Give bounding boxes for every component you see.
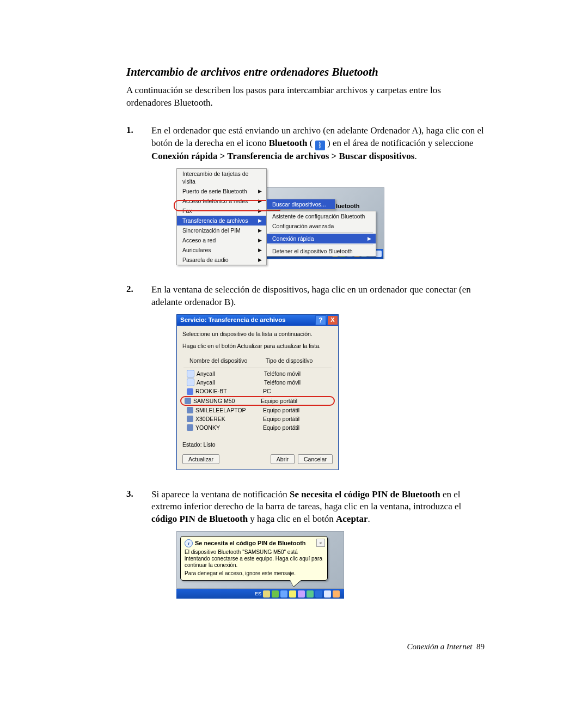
step-body: En la ventana de selección de dispositiv…: [151, 284, 485, 481]
menu-item-label: Acceso telefónico a redes: [182, 197, 248, 205]
submenu-arrow-icon: ▶: [255, 236, 262, 244]
menu-item[interactable]: Acceso a red▶: [177, 235, 266, 245]
device-type: Equipo portátil: [261, 397, 297, 405]
step1-text-d: ) en el área de notificación y seleccion…: [327, 138, 474, 148]
notification-balloon[interactable]: × i Se necesita el código PIN de Bluetoo…: [180, 536, 328, 581]
desktop-background: × i Se necesita el código PIN de Bluetoo…: [176, 531, 344, 589]
device-row[interactable]: X30DEREKEquipo portátil: [182, 415, 333, 423]
intro-paragraph: A continuación se describen los pasos pa…: [126, 84, 485, 109]
context-submenu-buscar[interactable]: Buscar dispositivos...: [266, 199, 335, 210]
tray-bluetooth-icon[interactable]: [315, 590, 322, 598]
dialog-instruction-1: Seleccione un dispositivo de la lista a …: [182, 330, 333, 338]
menu-item-label: Acceso a red: [182, 236, 216, 244]
step-number: 1.: [126, 125, 151, 136]
info-icon: i: [185, 539, 193, 547]
tray-icon: [263, 590, 270, 598]
balloon-text-1: El dispositivo Bluetooth "SAMSUNG M50" e…: [185, 549, 323, 569]
tray-icon: [272, 590, 279, 598]
device-row[interactable]: AnycallTeléfono móvil: [182, 369, 333, 378]
submenu-arrow-icon: ▶: [255, 187, 262, 195]
titlebar-close-button[interactable]: X: [327, 315, 338, 325]
balloon-text-2: Para denegar el acceso, ignore este mens…: [185, 570, 323, 577]
device-name: Anycall: [197, 370, 264, 377]
step1-text-f: .: [414, 151, 416, 161]
menu-item[interactable]: Detener el dispositivo Bluetooth: [267, 246, 376, 256]
cancel-button[interactable]: Cancelar: [298, 454, 333, 464]
device-row[interactable]: YOONKYEquipo portátil: [182, 423, 333, 432]
menu-item-label: Pasarela de audio: [182, 256, 229, 264]
step-number: 2.: [126, 284, 151, 295]
device-type: Teléfono móvil: [264, 370, 301, 377]
submenu-item-buscar-dispositivos[interactable]: Buscar dispositivos...: [267, 199, 335, 209]
pc-icon: [187, 388, 193, 395]
menu-item-label: Intercambio de tarjetas de visita: [182, 170, 262, 185]
dialog-window: Servicio: Transferencia de archivos ? X …: [176, 314, 339, 470]
menu-item[interactable]: Fax▶: [177, 206, 266, 216]
step3-text-a: Si aparece la ventana de notificación: [151, 489, 290, 499]
menu-item-label: Detener el dispositivo Bluetooth: [272, 247, 353, 255]
menu-separator: [270, 232, 373, 233]
submenu-label: Buscar dispositivos...: [272, 200, 326, 208]
tray-icon: [324, 590, 331, 598]
menu-item-label: Conexión rápida: [272, 235, 314, 242]
device-name: SAMSUNG M50: [193, 397, 261, 405]
menu-item[interactable]: Sincronización del PIM▶: [177, 226, 266, 235]
balloon-title: Se necesita el código PIN de Bluetooth: [195, 539, 306, 547]
laptop-icon: [187, 416, 193, 422]
submenu-arrow-icon: ▶: [255, 227, 262, 234]
phone-icon: [187, 370, 194, 377]
dialog-titlebar: Servicio: Transferencia de archivos ? X: [177, 315, 338, 326]
open-button[interactable]: Abrir: [271, 454, 295, 464]
menu-item[interactable]: Puerto de serie Bluetooth▶: [177, 186, 266, 196]
device-type: Equipo portátil: [263, 424, 299, 431]
context-menu-level1[interactable]: Intercambio de tarjetas de visitaPuerto …: [176, 168, 267, 265]
column-header-type[interactable]: Tipo de dispositivo: [264, 356, 331, 365]
device-row[interactable]: SAMSUNG M50Equipo portátil: [180, 396, 335, 406]
menu-item[interactable]: Configuración avanzada: [267, 221, 376, 231]
menu-item[interactable]: Auriculares▶: [177, 245, 266, 255]
device-list[interactable]: AnycallTeléfono móvilAnycallTeléfono móv…: [182, 369, 333, 432]
step2-text: En la ventana de selección de dispositiv…: [151, 284, 471, 307]
step3-bold-title: Se necesita el código PIN de Bluetooth: [290, 489, 440, 499]
context-menu-level2[interactable]: Asistente de configuración BluetoothConf…: [266, 211, 376, 257]
menu-item[interactable]: Pasarela de audio▶: [177, 255, 266, 265]
section-title: Intercambio de archivos entre ordenadore…: [126, 65, 485, 79]
menu-item[interactable]: Conexión rápida▶: [267, 234, 376, 243]
submenu-arrow-icon: ▶: [364, 235, 371, 242]
menu-item[interactable]: Transferencia de archivos▶: [177, 216, 266, 226]
divider: [183, 368, 332, 368]
step3-bold-accept: Aceptar: [336, 514, 368, 524]
submenu-arrow-icon: ▶: [255, 197, 262, 205]
step1-bold-path: Conexión rápida > Transferencia de archi…: [151, 151, 414, 161]
figure-context-menu: luetooth Intercambio de tarjetas de visi…: [176, 168, 383, 265]
footer-label: Conexión a Internet: [407, 642, 473, 651]
submenu-arrow-icon: ▶: [255, 246, 262, 254]
device-row[interactable]: AnycallTeléfono móvil: [182, 378, 333, 387]
taskbar-lang: ES: [255, 590, 261, 597]
laptop-icon: [187, 407, 193, 413]
menu-item[interactable]: Intercambio de tarjetas de visita: [177, 169, 266, 186]
balloon-close-button[interactable]: ×: [316, 539, 325, 547]
step1-text-c: (: [310, 138, 315, 148]
device-row[interactable]: ROOKIE-BTPC: [182, 387, 333, 395]
dialog-title: Servicio: Transferencia de archivos: [180, 316, 286, 325]
balloon-tail: [290, 580, 301, 587]
menu-item[interactable]: Asistente de configuración Bluetooth: [267, 211, 376, 221]
step3-text-e: y haga clic en el botón: [250, 514, 336, 524]
column-header-name[interactable]: Nombre del dispositivo: [187, 356, 264, 365]
tray-icon: [298, 590, 305, 598]
dialog-instruction-2: Haga clic en el botón Actualizar para ac…: [182, 342, 333, 350]
device-name: X30DEREK: [195, 415, 263, 423]
figure-balloon-tooltip: × i Se necesita el código PIN de Bluetoo…: [176, 531, 344, 599]
menu-item[interactable]: Acceso telefónico a redes▶: [177, 196, 266, 206]
menu-item-label: Configuración avanzada: [272, 222, 334, 230]
titlebar-help-button[interactable]: ?: [315, 315, 326, 325]
step3-bold-pin: código PIN de Bluetooth: [151, 514, 248, 524]
figure-device-dialog: Servicio: Transferencia de archivos ? X …: [176, 314, 485, 470]
step3-text-g: .: [368, 514, 370, 524]
menu-item-label: Sincronización del PIM: [182, 227, 241, 234]
refresh-button[interactable]: Actualizar: [182, 454, 219, 464]
device-row[interactable]: SMILELEELAPTOPEquipo portátil: [182, 406, 333, 415]
menu-item-label: Auriculares: [182, 246, 211, 254]
tray-icon: [280, 590, 287, 598]
